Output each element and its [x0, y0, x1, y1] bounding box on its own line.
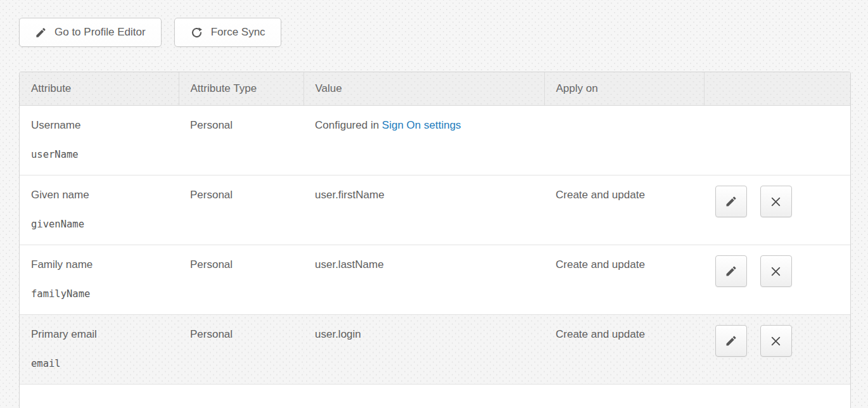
go-to-profile-editor-label: Go to Profile Editor: [54, 26, 146, 39]
apply-on-cell: [544, 105, 704, 175]
attribute-variable-name: givenName: [31, 219, 172, 230]
column-header-value: Value: [303, 72, 544, 105]
edit-attribute-button[interactable]: [715, 255, 747, 287]
apply-on-cell: Create and update: [544, 314, 704, 384]
pencil-icon: [725, 195, 737, 208]
attribute-label: Family name: [31, 258, 172, 271]
delete-attribute-button[interactable]: [760, 325, 792, 357]
refresh-icon: [190, 26, 203, 39]
sign-on-settings-link[interactable]: Sign On settings: [382, 119, 461, 131]
attribute-label: Given name: [31, 189, 172, 201]
go-to-profile-editor-button[interactable]: Go to Profile Editor: [19, 18, 162, 47]
attribute-variable-name: email: [31, 358, 172, 369]
table-row: Given name givenName Personal user.first…: [20, 175, 850, 245]
pencil-icon: [725, 265, 737, 277]
apply-on-cell: Create and update: [544, 245, 704, 314]
partial-row-cell: [20, 384, 850, 408]
attribute-type-cell: Personal: [179, 175, 303, 245]
attribute-type-cell: Personal: [179, 245, 303, 314]
column-header-attribute: Attribute: [20, 72, 179, 105]
force-sync-button[interactable]: Force Sync: [174, 18, 281, 47]
pencil-icon: [35, 27, 47, 39]
edit-attribute-button[interactable]: [715, 325, 747, 357]
attribute-type-cell: Personal: [179, 314, 303, 384]
toolbar: Go to Profile Editor Force Sync: [0, 0, 868, 47]
close-icon: [770, 265, 782, 277]
attribute-cell: Given name givenName: [20, 175, 179, 245]
actions-cell: [704, 245, 850, 314]
delete-attribute-button[interactable]: [760, 186, 792, 217]
close-icon: [770, 196, 782, 208]
attribute-cell: Family name familyName: [20, 245, 179, 314]
attribute-variable-name: userName: [31, 149, 172, 160]
attribute-variable-name: familyName: [31, 288, 172, 300]
value-cell: user.lastName: [303, 245, 544, 314]
apply-on-cell: Create and update: [544, 175, 704, 245]
column-header-actions: [704, 72, 850, 105]
value-cell: Configured in Sign On settings: [303, 105, 544, 175]
delete-attribute-button[interactable]: [760, 255, 792, 287]
actions-cell: [704, 314, 850, 384]
value-cell: user.login: [303, 314, 544, 384]
table-row-partial: [20, 384, 850, 408]
attribute-mappings-table: Attribute Attribute Type Value Apply on …: [19, 72, 851, 408]
table-row: Primary email email Personal user.login …: [20, 314, 850, 384]
column-header-attribute-type: Attribute Type: [179, 72, 303, 105]
actions-cell: [704, 175, 850, 245]
value-prefix-text: Configured in: [315, 119, 382, 131]
table-row: Family name familyName Personal user.las…: [20, 245, 850, 314]
value-cell: user.firstName: [303, 175, 544, 245]
attribute-cell: Primary email email: [20, 314, 179, 384]
edit-attribute-button[interactable]: [715, 186, 747, 217]
table-header-row: Attribute Attribute Type Value Apply on: [20, 72, 850, 105]
table-row: Username userName Personal Configured in…: [20, 105, 850, 175]
attribute-cell: Username userName: [20, 105, 179, 175]
attribute-label: Primary email: [31, 328, 172, 341]
attribute-type-cell: Personal: [179, 105, 303, 175]
actions-cell: [704, 105, 850, 175]
close-icon: [770, 335, 782, 347]
attribute-label: Username: [31, 119, 172, 132]
force-sync-label: Force Sync: [211, 26, 265, 39]
pencil-icon: [725, 335, 737, 347]
column-header-apply-on: Apply on: [544, 72, 704, 105]
